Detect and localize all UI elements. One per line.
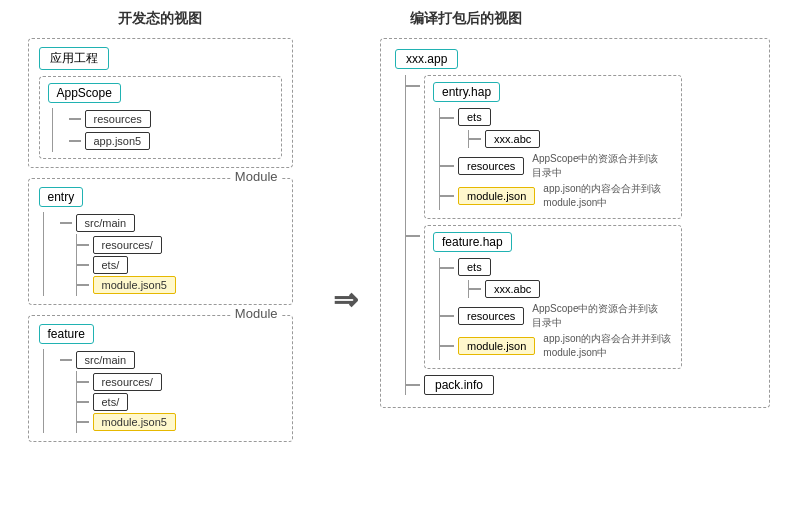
feature-resources-right: resources [458,307,524,325]
feature-module-label: Module [231,306,282,321]
feature-srcmain: src/main [76,351,136,369]
feature-modulejson-annotation: app.json的内容会合并并到该module.json中 [543,332,673,360]
entry-resources-annotation: AppScope中的资源合并到该目录中 [532,152,662,180]
feature-ets: ets [458,258,491,276]
pack-info-label: pack.info [424,375,494,395]
appscope-label: AppScope [48,83,121,103]
entry-resources-right: resources [458,157,524,175]
right-outer-box: xxx.app entry.hap ets [380,38,770,408]
feature-ets: ets/ [93,393,129,411]
entry-modulejson5: module.json5 [93,276,176,294]
feature-module-json: module.json [458,337,535,355]
entry-xxx-abc: xxx.abc [485,130,540,148]
app-scope-outer-label: 应用工程 [39,47,109,70]
feature-xxx-abc: xxx.abc [485,280,540,298]
feature-resources: resources/ [93,373,162,391]
xxx-app-label: xxx.app [395,49,458,69]
entry-module-json: module.json [458,187,535,205]
right-arrow: ⇒ [333,282,358,317]
appscope-appjson5: app.json5 [85,132,151,150]
feature-label: feature [39,324,94,344]
left-title: 开发态的视图 [118,10,202,28]
feature-hap-label: feature.hap [433,232,512,252]
entry-srcmain: src/main [76,214,136,232]
entry-ets: ets/ [93,256,129,274]
entry-module-label: Module [231,169,282,184]
entry-ets: ets [458,108,491,126]
right-title: 编译打包后的视图 [410,10,522,28]
feature-modulejson5: module.json5 [93,413,176,431]
feature-resources-annotation: AppScope中的资源合并到该目录中 [532,302,662,330]
appscope-resources: resources [85,110,151,128]
entry-hap-label: entry.hap [433,82,500,102]
entry-label: entry [39,187,84,207]
entry-modulejson-annotation: app.json的内容会合并到该module.json中 [543,182,673,210]
entry-resources: resources/ [93,236,162,254]
